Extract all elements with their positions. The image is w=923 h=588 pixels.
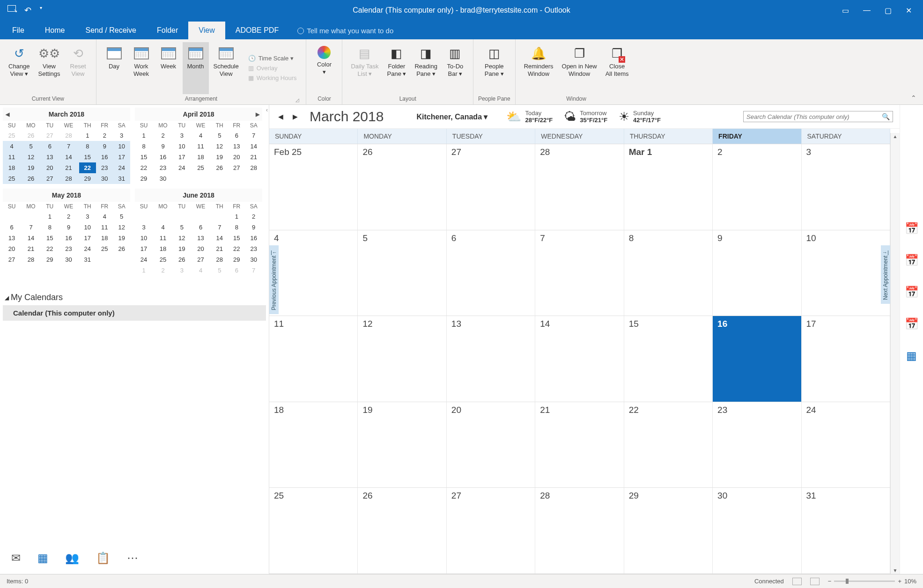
calendar-cell[interactable]: 24 [802,402,890,488]
calendar-cell[interactable]: 26 [358,144,446,230]
side-cal-forward-icon[interactable]: 📅 [905,286,919,299]
mini-day[interactable]: 13 [3,233,21,243]
mini-day[interactable]: 21 [211,243,228,254]
mini-day[interactable]: 11 [96,222,113,233]
mini-day[interactable]: 25 [191,162,211,173]
people-pane-button[interactable]: ◫People Pane ▾ [481,42,508,94]
calendar-cell[interactable]: 22 [624,402,713,488]
mini-day[interactable]: 7 [59,141,79,152]
mini-day[interactable]: 26 [21,173,41,184]
calendar-cell[interactable]: 23 [713,402,801,488]
tab-send-receive[interactable]: Send / Receive [75,22,147,39]
mini-day[interactable]: 1 [135,130,153,141]
mini-day[interactable] [191,211,211,222]
mini-day[interactable] [245,173,262,184]
mini-day[interactable]: 20 [228,152,245,162]
calendar-cell[interactable]: 2 [713,144,801,230]
mini-day[interactable]: 2 [245,211,262,222]
time-scale-button[interactable]: 🕓Time Scale ▾ [246,54,299,63]
mini-day[interactable]: 20 [191,243,211,254]
side-cal-grid-icon[interactable]: ▦ [906,349,917,362]
next-appointment-tab[interactable]: →|Next Appointment [881,245,890,304]
calendar-cell[interactable]: 7 [535,230,624,316]
weather-day[interactable]: ☀Sunday42°F/17°F [619,110,661,124]
open-new-window-button[interactable]: ❐Open in New Window [558,42,601,94]
calendar-icon[interactable]: ▦ [37,551,48,565]
mini-day[interactable]: 7 [211,222,228,233]
calendar-cell[interactable]: 18 [269,402,358,488]
mini-day[interactable]: 22 [79,162,96,173]
mail-icon[interactable]: ✉ [11,551,21,565]
mini-day[interactable]: 26 [211,162,228,173]
mini-day[interactable]: 1 [135,265,153,276]
mini-day[interactable]: 24 [135,254,153,265]
calendar-cell[interactable]: 13 [447,316,535,402]
weather-day[interactable]: 🌤Tomorrow35°F/21°F [564,110,607,124]
overlay-button[interactable]: ▥Overlay [246,64,299,73]
reset-view-button[interactable]: ⟲Reset View [65,42,91,94]
calendar-cell[interactable]: 10 [802,230,890,316]
scroll-down-icon[interactable]: ▼ [891,567,900,574]
undo-icon[interactable]: ↶ [24,5,31,15]
close-icon[interactable]: ✕ [906,6,912,15]
mini-day[interactable]: 4 [153,222,173,233]
people-nav-icon[interactable]: 👥 [65,551,79,565]
mini-day[interactable]: 29 [135,173,153,184]
mini-day[interactable]: 18 [96,233,113,243]
mini-day[interactable]: 19 [211,152,228,162]
view-reading-icon[interactable] [810,578,820,585]
mini-day[interactable]: 8 [41,222,58,233]
tasks-icon[interactable]: 📋 [96,551,110,565]
mini-day[interactable]: 11 [191,141,211,152]
mini-day[interactable]: 21 [59,162,79,173]
tab-adobe-pdf[interactable]: ADOBE PDF [225,22,289,39]
folder-pane-button[interactable]: ◧Folder Pane ▾ [384,42,410,94]
mini-day[interactable]: 11 [153,233,173,243]
calendar-cell[interactable]: Feb 25 [269,144,358,230]
mini-day[interactable]: 3 [173,265,190,276]
zoom-slider[interactable]: − + 10% [828,578,916,585]
mini-day[interactable]: 23 [153,162,173,173]
mini-day[interactable]: 28 [21,254,41,265]
mini-day[interactable]: 12 [21,152,41,162]
change-view-button[interactable]: ↺Change View ▾ [5,42,34,94]
working-hours-button[interactable]: ▦Working Hours [246,74,299,82]
scroll-up-icon[interactable]: ▲ [891,133,900,140]
mini-day[interactable] [3,211,21,222]
mini-day[interactable]: 12 [211,141,228,152]
mini-day[interactable] [228,173,245,184]
mini-day[interactable]: 4 [96,211,113,222]
next-month-button[interactable]: ▶ [290,112,300,121]
mini-day[interactable]: 9 [245,222,262,233]
month-button[interactable]: Month [183,42,209,94]
mini-day[interactable]: 13 [41,152,58,162]
calendar-cell[interactable]: 15 [624,316,713,402]
close-all-items-button[interactable]: ❐✕Close All Items [602,42,633,94]
mini-day[interactable]: 27 [41,130,58,141]
mini-day[interactable]: 5 [173,222,190,233]
mini-day[interactable]: 19 [21,162,41,173]
mini-day[interactable]: 27 [41,173,58,184]
mini-day[interactable]: 9 [59,222,79,233]
mini-day[interactable]: 8 [135,141,153,152]
mini-day[interactable] [211,211,228,222]
prev-appointment-tab[interactable]: |←Previous Appointment [269,245,279,314]
mini-day[interactable] [191,173,211,184]
mini-day[interactable]: 29 [79,173,96,184]
mini-day[interactable]: 6 [3,222,21,233]
mini-day[interactable] [21,211,41,222]
mini-day[interactable]: 25 [153,254,173,265]
mini-day[interactable]: 24 [79,243,96,254]
mini-day[interactable]: 17 [173,152,190,162]
mini-day[interactable]: 22 [41,243,58,254]
mini-day[interactable]: 7 [21,222,41,233]
mini-day[interactable]: 5 [211,130,228,141]
mini-day[interactable]: 17 [135,243,153,254]
mini-day[interactable]: 16 [245,233,262,243]
mini-day[interactable]: 17 [113,152,130,162]
mini-day[interactable]: 8 [79,141,96,152]
mini-day[interactable]: 4 [3,141,21,152]
mini-day[interactable]: 9 [153,141,173,152]
mini-day[interactable]: 13 [191,233,211,243]
mini-day[interactable]: 11 [3,152,21,162]
